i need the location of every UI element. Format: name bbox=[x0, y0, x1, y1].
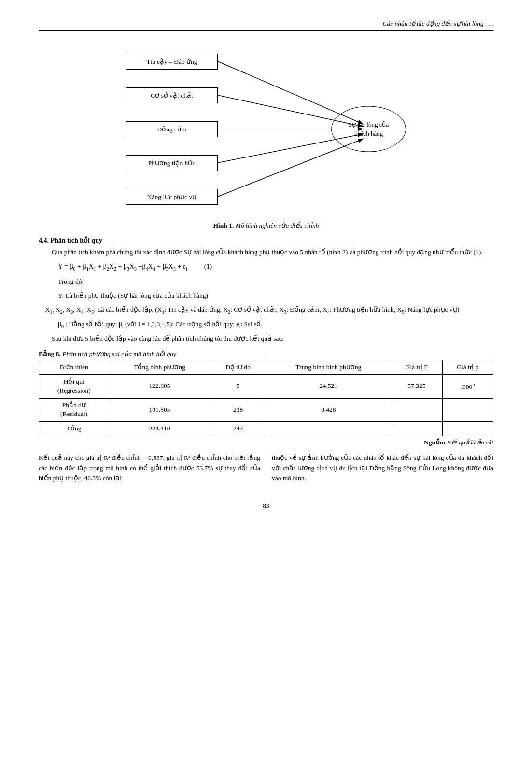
equation-text: Y = β0 + β1X1 + β2X2 + β3X3 +β4X4 + β5X5… bbox=[58, 263, 212, 270]
paragraph-1: Qua phân tích khám phá chúng tôi xác địn… bbox=[39, 247, 493, 257]
factor-box-4: Phương tiện hữu bbox=[126, 155, 218, 171]
col-right-text: thuộc về sự ảnh hưởng của các nhân tố kh… bbox=[272, 453, 493, 484]
outcome-oval: Sự hài lòng củakhách hàng bbox=[331, 106, 406, 152]
row1-col1: Hồi qui(Regression) bbox=[39, 374, 109, 398]
row1-col5: 57.325 bbox=[391, 374, 443, 398]
source-note-italic: Kết quả khảo sát bbox=[446, 439, 493, 446]
table-caption-bold: Bảng 8. bbox=[39, 350, 61, 357]
row1-col3: 5 bbox=[210, 374, 266, 398]
col-header-3: Độ tự do bbox=[210, 360, 266, 374]
section-heading: 4.4. Phân tích hồi quy bbox=[39, 236, 493, 244]
figure-caption-bold: Hình 1. bbox=[213, 222, 234, 229]
row1-col2: 122.605 bbox=[109, 374, 210, 398]
col-header-6: Giá trị p bbox=[442, 360, 493, 374]
factor-box-5: Năng lực phục vụ bbox=[126, 189, 218, 205]
paragraph-2: Sau khi đưa 5 biến độc lập vào cùng lúc … bbox=[39, 334, 493, 344]
source-note-bold: Nguồn: bbox=[424, 439, 446, 446]
row2-col4: 0.428 bbox=[266, 398, 391, 422]
diagram-container: Tin cậy – Đáp ứng Cơ sở vật chất Đồng cả… bbox=[39, 40, 493, 218]
two-col-section: Kết quả này cho giá trị R² điều chỉnh = … bbox=[39, 453, 493, 487]
factor-box-3: Đồng cảm bbox=[126, 121, 218, 137]
table-caption-italic: Phân tích phương sai của mô hình hồi quy bbox=[61, 350, 176, 357]
row1-col6: .000b bbox=[442, 374, 493, 398]
regression-table: Biến thiên Tổng bình phương Độ tự do Tru… bbox=[39, 360, 493, 436]
beta-def: β0 : Hằng số hồi quy; βi (với i = 1,2,3,… bbox=[58, 319, 493, 330]
row1-col4: 24.521 bbox=[266, 374, 391, 398]
section-title: Phân tích hồi quy bbox=[51, 237, 102, 244]
figure-caption: Hình 1. Mô hình nghiên cứu điều chỉnh bbox=[39, 221, 493, 229]
row3-col2: 224.410 bbox=[109, 422, 210, 436]
row2-col5 bbox=[391, 398, 443, 422]
row2-col2: 101.805 bbox=[109, 398, 210, 422]
table-row: Phần dư(Residual) 101.805 238 0.428 bbox=[39, 398, 493, 422]
trong-do: Trong đó: bbox=[58, 277, 493, 287]
row3-col6 bbox=[442, 422, 493, 436]
diagram: Tin cậy – Đáp ứng Cơ sở vật chất Đồng cả… bbox=[126, 40, 406, 218]
equation-block: Y = β0 + β1X1 + β2X2 + β3X3 +β4X4 + β5X5… bbox=[58, 261, 493, 273]
oval-container: Sự hài lòng củakhách hàng bbox=[331, 106, 406, 152]
row3-col5 bbox=[391, 422, 443, 436]
row3-col3: 243 bbox=[210, 422, 266, 436]
col-header-1: Biến thiên bbox=[39, 360, 109, 374]
row3-col1: Tổng bbox=[39, 422, 109, 436]
section-number: 4.4. bbox=[39, 237, 49, 244]
page-header: Các nhân tố tác động đến sự hài lòng . .… bbox=[39, 19, 493, 31]
table-row: Tổng 224.410 243 bbox=[39, 422, 493, 436]
factor-box-2: Cơ sở vật chất bbox=[126, 87, 218, 103]
row2-col3: 238 bbox=[210, 398, 266, 422]
col-header-5: Giá trị F bbox=[391, 360, 443, 374]
col-header-2: Tổng bình phương bbox=[109, 360, 210, 374]
col-header-4: Trung bình bình phương bbox=[266, 360, 391, 374]
source-note: Nguồn: Kết quả khảo sát bbox=[39, 438, 493, 446]
y-def: Y: Là biến phụ thuộc (Sự hài lòng của củ… bbox=[58, 291, 493, 301]
table-row: Hồi qui(Regression) 122.605 5 24.521 57.… bbox=[39, 374, 493, 398]
factor-boxes: Tin cậy – Đáp ứng Cơ sở vật chất Đồng cả… bbox=[126, 40, 223, 218]
page-number: 83 bbox=[39, 502, 493, 510]
factor-box-1: Tin cậy – Đáp ứng bbox=[126, 54, 218, 70]
figure-caption-italic: Mô hình nghiên cứu điều chỉnh bbox=[234, 222, 319, 229]
row3-col4 bbox=[266, 422, 391, 436]
row2-col1: Phần dư(Residual) bbox=[39, 398, 109, 422]
row2-col6 bbox=[442, 398, 493, 422]
x-def: X1, X2, X3, X4, X5: Là các biến độc lập,… bbox=[39, 305, 493, 315]
header-text: Các nhân tố tác động đến sự hài lòng . .… bbox=[383, 20, 494, 27]
table-caption: Bảng 8. Phân tích phương sai của mô hình… bbox=[39, 350, 493, 358]
col-left-text: Kết quả này cho giá trị R² điều chỉnh = … bbox=[39, 453, 260, 484]
